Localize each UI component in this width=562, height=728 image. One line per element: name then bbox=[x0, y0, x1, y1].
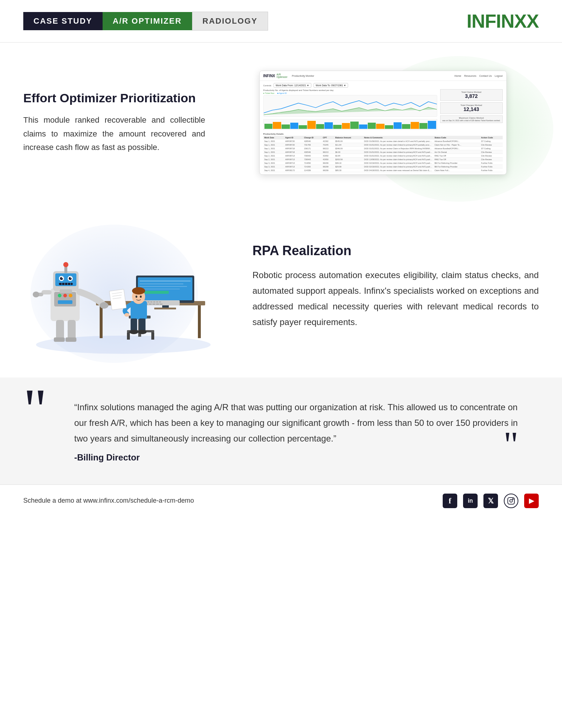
rpa-text: RPA Realization Robotic process automati… bbox=[252, 243, 539, 330]
svg-point-64 bbox=[63, 262, 68, 267]
svg-rect-25 bbox=[156, 304, 159, 305]
db-logo-sub: A/ROptimizer bbox=[276, 73, 287, 78]
navigation: CASE STUDY A/R OPTIMIZER RADIOLOGY bbox=[23, 12, 268, 31]
effort-optimizer-body: This module ranked recoverable and colle… bbox=[23, 113, 205, 154]
db-filter2[interactable]: Work Data To: 09/27/1981 ▼ bbox=[314, 83, 348, 88]
twitter-icon[interactable]: 𝕏 bbox=[483, 494, 498, 508]
svg-rect-20 bbox=[159, 301, 161, 302]
svg-rect-12 bbox=[154, 308, 176, 309]
svg-point-47 bbox=[69, 294, 72, 297]
svg-rect-48 bbox=[58, 300, 72, 304]
dashboard-mockup: INFINX A/ROptimizer Productivity Monitor… bbox=[259, 71, 507, 175]
db-stats: Total Claims Worked 3,872 Total Charges … bbox=[440, 89, 503, 123]
svg-rect-39 bbox=[131, 318, 137, 331]
svg-point-46 bbox=[63, 294, 67, 297]
svg-point-67 bbox=[33, 292, 39, 297]
db-logo: INFINX bbox=[263, 74, 275, 78]
svg-point-79 bbox=[513, 498, 513, 499]
nav-radiology[interactable]: RADIOLOGY bbox=[192, 12, 268, 31]
footer-text: Schedule a demo at www.infinx.com/schedu… bbox=[23, 497, 194, 505]
table-row: Sep 1, 2021 ARF08720 731706 70245 $11.64… bbox=[263, 143, 503, 147]
db-controls: Controls Work Data From: 12/14/2021 ▼ Wo… bbox=[263, 83, 503, 88]
nav-ar-optimizer[interactable]: A/R OPTIMIZER bbox=[103, 12, 192, 30]
svg-rect-31 bbox=[151, 332, 154, 340]
table-row: Sep 4, 2021 ARF08172 114339 99209 $95.30… bbox=[263, 169, 503, 172]
svg-rect-16 bbox=[147, 301, 150, 302]
svg-rect-62 bbox=[60, 289, 72, 293]
rpa-illustration bbox=[23, 217, 223, 356]
svg-rect-3 bbox=[198, 305, 201, 338]
svg-point-37 bbox=[140, 296, 142, 298]
svg-rect-24 bbox=[152, 304, 155, 305]
svg-rect-72 bbox=[65, 337, 76, 342]
table-row: Sep 2, 2021 ARF08713 730943 42650 $263.5… bbox=[263, 158, 503, 161]
svg-rect-30 bbox=[127, 332, 130, 340]
svg-point-38 bbox=[124, 313, 129, 317]
svg-point-55 bbox=[62, 277, 63, 278]
svg-rect-26 bbox=[160, 304, 163, 305]
table-row: Sep 3, 2021 ARF08713 714200 99209 $29.99… bbox=[263, 165, 503, 169]
svg-point-36 bbox=[136, 296, 137, 298]
db-bar-chart bbox=[263, 119, 437, 130]
svg-point-78 bbox=[510, 499, 512, 502]
svg-rect-23 bbox=[149, 304, 152, 305]
db-header: INFINX A/ROptimizer Productivity Monitor… bbox=[260, 71, 506, 81]
svg-rect-19 bbox=[156, 301, 158, 302]
db-nav: Home Resources Contact Us Logout bbox=[454, 75, 502, 77]
svg-rect-17 bbox=[150, 301, 152, 302]
db-stat-total-claims: Total Claims Worked 3,872 bbox=[440, 89, 503, 101]
footer: Schedule a demo at www.infinx.com/schedu… bbox=[0, 484, 562, 517]
svg-point-42 bbox=[138, 330, 147, 334]
effort-optimizer-section: Effort Optimizer Prioritization This mod… bbox=[0, 43, 562, 195]
db-filter1[interactable]: Work Data From: 12/14/2021 ▼ bbox=[274, 83, 311, 88]
rpa-heading: RPA Realization bbox=[252, 243, 539, 258]
nav-case-study[interactable]: CASE STUDY bbox=[23, 12, 103, 30]
db-body: Controls Work Data From: 12/14/2021 ▼ Wo… bbox=[260, 81, 506, 174]
svg-rect-73 bbox=[109, 289, 127, 310]
table-row: Sep 1, 2021 ARF08720 428540 42302 $545.0… bbox=[263, 139, 503, 143]
quote-section: " “Infinx solutions managed the aging A/… bbox=[0, 377, 562, 484]
db-prod-label: Productivity No. of Agents displayed and… bbox=[263, 89, 437, 91]
svg-point-68 bbox=[100, 302, 108, 309]
svg-rect-18 bbox=[153, 301, 155, 302]
quote-author: -Billing Director bbox=[74, 452, 518, 463]
svg-rect-2 bbox=[100, 305, 103, 338]
table-row: Sep 1, 2021 ARF08718 430546 99213 $6.00 … bbox=[263, 150, 503, 154]
table-row: Sep 1, 2021 ARF08718 156171 99213 $346.0… bbox=[263, 147, 503, 150]
db-nav-logout[interactable]: Logout bbox=[495, 75, 502, 77]
effort-optimizer-heading: Effort Optimizer Prioritization bbox=[23, 91, 205, 105]
facebook-icon[interactable]: f bbox=[443, 494, 457, 508]
rpa-illustration-container bbox=[23, 217, 223, 356]
svg-rect-69 bbox=[56, 320, 64, 340]
db-nav-home[interactable]: Home bbox=[454, 75, 461, 77]
company-logo: INFINXX bbox=[467, 10, 539, 32]
rpa-section: RPA Realization Robotic process automati… bbox=[0, 195, 562, 377]
svg-point-35 bbox=[132, 287, 145, 294]
svg-rect-70 bbox=[68, 320, 76, 340]
quote-text: “Infinx solutions managed the aging A/R … bbox=[74, 399, 518, 447]
db-main-area: Productivity No. of Agents displayed and… bbox=[263, 89, 503, 131]
svg-rect-40 bbox=[139, 318, 146, 331]
db-stat-max-claims: Maximum Claims Worked was on Sep 14, 202… bbox=[440, 115, 503, 123]
social-icons: f in 𝕏 ▶ bbox=[443, 494, 539, 508]
db-table-label: Productivity Details bbox=[263, 133, 503, 135]
table-row: Sep 3, 2021 ARF08713 714050 99209 $39.10… bbox=[263, 161, 503, 165]
rpa-body: Robotic process automation executes elig… bbox=[252, 267, 539, 330]
quote-content: “Infinx solutions managed the aging A/R … bbox=[23, 399, 518, 463]
db-table-section: Productivity Details Work Date Agent ID … bbox=[263, 133, 503, 172]
linkedin-icon[interactable]: in bbox=[463, 494, 478, 508]
db-chart-area: Productivity No. of Agents displayed and… bbox=[263, 89, 437, 131]
open-quote-mark: " bbox=[23, 392, 47, 427]
db-table: Work Date Agent ID Charge ID CPT Balance… bbox=[263, 136, 503, 172]
youtube-icon[interactable]: ▶ bbox=[524, 494, 539, 508]
db-legend: ● Ticket Nun ■ Agent ID bbox=[263, 92, 437, 94]
instagram-icon[interactable] bbox=[504, 494, 518, 508]
svg-point-45 bbox=[58, 294, 61, 297]
db-productivity-label: Productivity Monitor bbox=[292, 75, 314, 77]
db-line-chart bbox=[263, 95, 437, 117]
db-nav-resources[interactable]: Resources bbox=[464, 75, 476, 77]
svg-point-56 bbox=[71, 277, 72, 278]
svg-point-41 bbox=[129, 330, 138, 334]
db-nav-contact[interactable]: Contact Us bbox=[479, 75, 492, 77]
close-quote-mark: " bbox=[503, 426, 518, 463]
